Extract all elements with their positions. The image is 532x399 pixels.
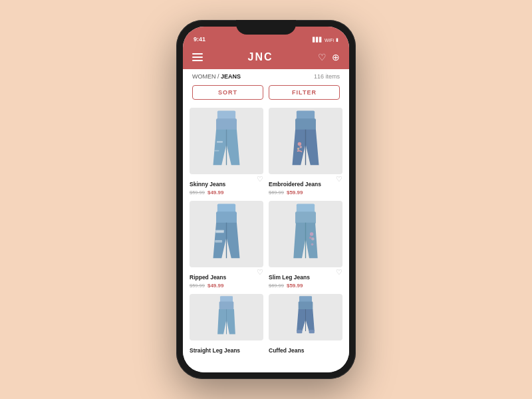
svg-rect-4 <box>214 150 219 152</box>
product-card-skinny[interactable]: Skinny Jeans $59.99 $49.99 ♡ <box>190 108 263 196</box>
product-image-cuffed <box>269 294 342 340</box>
product-prices-skinny: $59.99 $49.99 <box>190 190 263 196</box>
product-card-cuffed[interactable]: Cuffed Jeans <box>269 294 342 355</box>
filter-bar: SORT FILTER <box>183 82 349 105</box>
header-actions: ♡ ⊕ <box>318 52 340 63</box>
price-original-slim: $69.99 <box>269 283 284 289</box>
product-info-skinny: Skinny Jeans $59.99 $49.99 ♡ <box>190 174 263 196</box>
svg-rect-0 <box>217 111 235 120</box>
product-info-cuffed: Cuffed Jeans <box>269 340 342 355</box>
phone-screen: 9:41 ▋▋▋ WiFi ▮ JNC ♡ ⊕ WOMEN <box>183 27 349 372</box>
phone-frame: 9:41 ▋▋▋ WiFi ▮ JNC ♡ ⊕ WOMEN <box>176 20 356 379</box>
svg-rect-11 <box>217 204 235 213</box>
breadcrumb-current: JEANS <box>221 73 241 80</box>
svg-rect-27 <box>299 296 312 303</box>
svg-point-21 <box>311 237 315 241</box>
price-sale-slim: $59.99 <box>287 283 303 289</box>
breadcrumb-bar: WOMEN / JEANS 116 items <box>183 69 349 82</box>
product-info-slim: Slim Leg Jeans $69.99 $59.99 ♡ <box>269 267 342 289</box>
sort-button[interactable]: SORT <box>192 85 263 100</box>
breadcrumb-parent[interactable]: WOMEN <box>192 73 216 80</box>
price-sale-ripped: $49.99 <box>207 283 223 289</box>
product-card-ripped[interactable]: Ripped Jeans $59.99 $49.99 ♡ <box>190 201 263 289</box>
svg-rect-18 <box>295 211 316 223</box>
svg-rect-30 <box>309 330 315 333</box>
svg-rect-1 <box>216 118 237 130</box>
battery-icon: ▮ <box>336 37 338 43</box>
svg-rect-3 <box>217 141 223 143</box>
wishlist-icon[interactable]: ♡ <box>318 52 327 63</box>
product-name-ripped: Ripped Jeans <box>190 274 226 281</box>
svg-rect-5 <box>297 111 315 120</box>
menu-button[interactable] <box>192 53 203 61</box>
price-original-ripped: $59.99 <box>190 283 205 289</box>
product-row-1: Skinny Jeans $59.99 $49.99 ♡ <box>190 108 342 196</box>
app-header: JNC ♡ ⊕ <box>183 45 349 69</box>
svg-rect-17 <box>297 204 315 213</box>
product-name-slim: Slim Leg Jeans <box>269 274 310 281</box>
price-original-skinny: $59.99 <box>190 190 205 196</box>
jeans-straight-illustration <box>190 294 263 340</box>
bag-icon[interactable]: ⊕ <box>332 52 340 63</box>
signal-icon: ▋▋▋ <box>313 37 323 43</box>
svg-rect-15 <box>216 231 223 232</box>
svg-rect-24 <box>220 296 233 303</box>
price-sale-embroidered: $59.99 <box>287 190 303 196</box>
price-original-embroidered: $69.99 <box>269 190 284 196</box>
jeans-cuffed-illustration <box>269 294 342 340</box>
svg-rect-29 <box>297 330 302 333</box>
svg-point-9 <box>297 148 300 150</box>
product-name-embroidered: Embroidered Jeans <box>269 181 321 188</box>
product-name-straight: Straight Leg Jeans <box>190 347 240 354</box>
notch <box>236 20 296 35</box>
jeans-embroidered-illustration <box>269 108 342 174</box>
wifi-icon: WiFi <box>325 38 334 43</box>
svg-rect-28 <box>299 301 313 310</box>
status-time: 9:41 <box>194 28 205 43</box>
product-name-cuffed: Cuffed Jeans <box>269 347 304 354</box>
product-image-slim <box>269 201 342 267</box>
product-row-2: Ripped Jeans $59.99 $49.99 ♡ <box>190 201 342 289</box>
wishlist-slim-button[interactable]: ♡ <box>336 269 342 276</box>
product-name-skinny: Skinny Jeans <box>190 181 225 188</box>
svg-point-20 <box>310 232 313 235</box>
filter-button[interactable]: FILTER <box>269 85 340 100</box>
svg-point-8 <box>298 142 301 146</box>
svg-point-10 <box>299 146 302 148</box>
svg-rect-12 <box>216 211 237 223</box>
product-card-straight[interactable]: Straight Leg Jeans <box>190 294 263 355</box>
price-sale-skinny: $49.99 <box>207 190 223 196</box>
jeans-slim-illustration <box>269 201 342 267</box>
svg-point-23 <box>311 243 314 246</box>
app-logo: JNC <box>247 51 273 63</box>
product-info-straight: Straight Leg Jeans <box>190 340 263 355</box>
breadcrumb: WOMEN / JEANS <box>192 73 241 80</box>
wishlist-ripped-button[interactable]: ♡ <box>257 269 263 276</box>
item-count: 116 items <box>314 73 340 80</box>
product-grid[interactable]: Skinny Jeans $59.99 $49.99 ♡ <box>183 105 349 372</box>
svg-rect-25 <box>219 301 234 310</box>
product-image-skinny <box>190 108 263 174</box>
product-info-embroidered: Embroidered Jeans $69.99 $59.99 ♡ <box>269 174 342 196</box>
status-icons: ▋▋▋ WiFi ▮ <box>313 29 338 43</box>
product-image-embroidered <box>269 108 342 174</box>
wishlist-embroidered-button[interactable]: ♡ <box>336 176 342 183</box>
jeans-illustration <box>190 108 263 174</box>
product-prices-ripped: $59.99 $49.99 <box>190 283 263 289</box>
wishlist-skinny-button[interactable]: ♡ <box>257 176 263 183</box>
jeans-ripped-illustration <box>190 201 263 267</box>
svg-rect-6 <box>295 118 316 130</box>
product-image-straight <box>190 294 263 340</box>
product-card-slim[interactable]: Slim Leg Jeans $69.99 $59.99 ♡ <box>269 201 342 289</box>
product-prices-slim: $69.99 $59.99 <box>269 283 342 289</box>
product-info-ripped: Ripped Jeans $59.99 $49.99 ♡ <box>190 267 263 289</box>
product-row-3: Straight Leg Jeans <box>190 294 342 355</box>
svg-point-22 <box>309 237 312 239</box>
product-prices-embroidered: $69.99 $59.99 <box>269 190 342 196</box>
svg-rect-16 <box>215 240 222 243</box>
product-image-ripped <box>190 201 263 267</box>
product-card-embroidered[interactable]: Embroidered Jeans $69.99 $59.99 ♡ <box>269 108 342 196</box>
